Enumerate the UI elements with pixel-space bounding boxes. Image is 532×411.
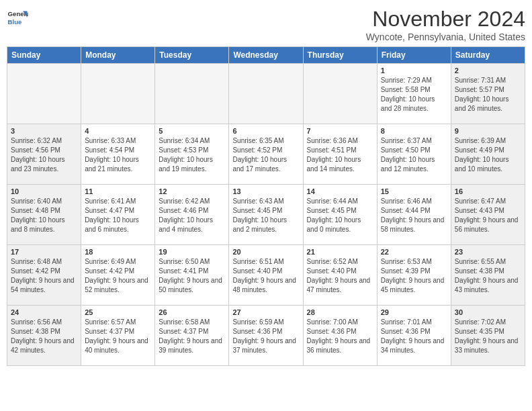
day-number: 16 bbox=[455, 187, 521, 195]
day-cell: 1Sunrise: 7:29 AMSunset: 5:58 PMDaylight… bbox=[377, 64, 451, 124]
day-number: 20 bbox=[232, 248, 299, 256]
day-detail: Sunrise: 7:29 AMSunset: 5:58 PMDaylight:… bbox=[381, 76, 447, 113]
day-detail: Sunrise: 6:51 AMSunset: 4:40 PMDaylight:… bbox=[232, 257, 299, 295]
weekday-header-friday: Friday bbox=[377, 47, 451, 64]
day-cell: 2Sunrise: 7:31 AMSunset: 5:57 PMDaylight… bbox=[451, 64, 525, 124]
day-detail: Sunrise: 6:55 AMSunset: 4:38 PMDaylight:… bbox=[455, 257, 521, 295]
day-number: 12 bbox=[159, 187, 225, 195]
day-number: 26 bbox=[159, 308, 225, 316]
day-cell: 5Sunrise: 6:34 AMSunset: 4:53 PMDaylight… bbox=[155, 124, 229, 185]
day-number: 28 bbox=[307, 308, 373, 316]
day-detail: Sunrise: 6:57 AMSunset: 4:37 PMDaylight:… bbox=[85, 318, 151, 355]
location-title: Wyncote, Pennsylvania, United States bbox=[366, 32, 525, 42]
day-number: 10 bbox=[11, 187, 77, 195]
day-detail: Sunrise: 6:39 AMSunset: 4:49 PMDaylight:… bbox=[455, 136, 521, 174]
day-cell bbox=[303, 64, 377, 124]
day-number: 22 bbox=[381, 248, 447, 256]
svg-text:Blue: Blue bbox=[8, 18, 22, 26]
day-number: 18 bbox=[85, 248, 151, 256]
day-cell bbox=[81, 64, 155, 124]
week-row-1: 1Sunrise: 7:29 AMSunset: 5:58 PMDaylight… bbox=[7, 64, 525, 124]
day-detail: Sunrise: 7:00 AMSunset: 4:36 PMDaylight:… bbox=[307, 318, 373, 355]
day-cell: 14Sunrise: 6:44 AMSunset: 4:45 PMDayligh… bbox=[303, 185, 377, 245]
weekday-header-monday: Monday bbox=[81, 47, 155, 64]
day-detail: Sunrise: 6:49 AMSunset: 4:42 PMDaylight:… bbox=[85, 257, 151, 295]
title-section: November 2024 Wyncote, Pennsylvania, Uni… bbox=[366, 7, 525, 42]
day-number: 29 bbox=[381, 308, 447, 316]
day-cell bbox=[229, 64, 303, 124]
week-row-4: 17Sunrise: 6:48 AMSunset: 4:42 PMDayligh… bbox=[7, 245, 525, 306]
day-number: 9 bbox=[455, 127, 521, 135]
day-number: 7 bbox=[307, 127, 373, 135]
day-cell: 15Sunrise: 6:46 AMSunset: 4:44 PMDayligh… bbox=[377, 185, 451, 245]
day-cell bbox=[155, 64, 229, 124]
day-number: 2 bbox=[455, 66, 521, 75]
day-number: 30 bbox=[455, 308, 521, 316]
day-number: 23 bbox=[455, 248, 521, 256]
day-detail: Sunrise: 6:42 AMSunset: 4:46 PMDaylight:… bbox=[159, 197, 225, 234]
day-cell: 17Sunrise: 6:48 AMSunset: 4:42 PMDayligh… bbox=[7, 245, 81, 306]
day-detail: Sunrise: 6:41 AMSunset: 4:47 PMDaylight:… bbox=[85, 197, 151, 234]
day-cell: 10Sunrise: 6:40 AMSunset: 4:48 PMDayligh… bbox=[7, 185, 81, 245]
day-cell: 6Sunrise: 6:35 AMSunset: 4:52 PMDaylight… bbox=[229, 124, 303, 185]
day-detail: Sunrise: 6:59 AMSunset: 4:36 PMDaylight:… bbox=[232, 318, 299, 355]
day-cell: 23Sunrise: 6:55 AMSunset: 4:38 PMDayligh… bbox=[451, 245, 525, 306]
day-detail: Sunrise: 6:52 AMSunset: 4:40 PMDaylight:… bbox=[307, 257, 373, 295]
day-detail: Sunrise: 6:48 AMSunset: 4:42 PMDaylight:… bbox=[11, 257, 77, 295]
day-number: 3 bbox=[11, 127, 77, 135]
day-number: 17 bbox=[11, 248, 77, 256]
day-detail: Sunrise: 6:58 AMSunset: 4:37 PMDaylight:… bbox=[159, 318, 225, 355]
day-number: 5 bbox=[159, 127, 225, 135]
day-detail: Sunrise: 6:33 AMSunset: 4:54 PMDaylight:… bbox=[85, 136, 151, 174]
day-detail: Sunrise: 6:46 AMSunset: 4:44 PMDaylight:… bbox=[381, 197, 447, 234]
day-number: 11 bbox=[85, 187, 151, 195]
day-cell: 8Sunrise: 6:37 AMSunset: 4:50 PMDaylight… bbox=[377, 124, 451, 185]
day-number: 24 bbox=[11, 308, 77, 316]
day-detail: Sunrise: 6:35 AMSunset: 4:52 PMDaylight:… bbox=[232, 136, 299, 174]
day-cell: 25Sunrise: 6:57 AMSunset: 4:37 PMDayligh… bbox=[81, 306, 155, 366]
day-cell: 11Sunrise: 6:41 AMSunset: 4:47 PMDayligh… bbox=[81, 185, 155, 245]
week-row-3: 10Sunrise: 6:40 AMSunset: 4:48 PMDayligh… bbox=[7, 185, 525, 245]
page-header: General Blue November 2024 Wyncote, Penn… bbox=[7, 7, 525, 42]
day-cell: 9Sunrise: 6:39 AMSunset: 4:49 PMDaylight… bbox=[451, 124, 525, 185]
weekday-header-sunday: Sunday bbox=[7, 47, 81, 64]
day-cell: 16Sunrise: 6:47 AMSunset: 4:43 PMDayligh… bbox=[451, 185, 525, 245]
day-detail: Sunrise: 6:50 AMSunset: 4:41 PMDaylight:… bbox=[159, 257, 225, 295]
day-cell: 26Sunrise: 6:58 AMSunset: 4:37 PMDayligh… bbox=[155, 306, 229, 366]
day-cell bbox=[7, 64, 81, 124]
day-cell: 22Sunrise: 6:53 AMSunset: 4:39 PMDayligh… bbox=[377, 245, 451, 306]
day-detail: Sunrise: 7:31 AMSunset: 5:57 PMDaylight:… bbox=[455, 76, 521, 113]
weekday-header-wednesday: Wednesday bbox=[229, 47, 303, 64]
day-cell: 21Sunrise: 6:52 AMSunset: 4:40 PMDayligh… bbox=[303, 245, 377, 306]
day-number: 25 bbox=[85, 308, 151, 316]
day-cell: 20Sunrise: 6:51 AMSunset: 4:40 PMDayligh… bbox=[229, 245, 303, 306]
day-cell: 7Sunrise: 6:36 AMSunset: 4:51 PMDaylight… bbox=[303, 124, 377, 185]
day-detail: Sunrise: 7:01 AMSunset: 4:36 PMDaylight:… bbox=[381, 318, 447, 355]
day-cell: 27Sunrise: 6:59 AMSunset: 4:36 PMDayligh… bbox=[229, 306, 303, 366]
day-number: 4 bbox=[85, 127, 151, 135]
weekday-header-saturday: Saturday bbox=[451, 47, 525, 64]
day-detail: Sunrise: 6:34 AMSunset: 4:53 PMDaylight:… bbox=[159, 136, 225, 174]
day-detail: Sunrise: 6:36 AMSunset: 4:51 PMDaylight:… bbox=[307, 136, 373, 174]
week-row-5: 24Sunrise: 6:56 AMSunset: 4:38 PMDayligh… bbox=[7, 306, 525, 366]
day-detail: Sunrise: 6:37 AMSunset: 4:50 PMDaylight:… bbox=[381, 136, 447, 174]
logo: General Blue bbox=[7, 7, 28, 28]
day-detail: Sunrise: 6:44 AMSunset: 4:45 PMDaylight:… bbox=[307, 197, 373, 234]
day-number: 13 bbox=[232, 187, 299, 195]
day-number: 1 bbox=[381, 66, 447, 75]
day-number: 15 bbox=[381, 187, 447, 195]
day-number: 8 bbox=[381, 127, 447, 135]
day-number: 27 bbox=[232, 308, 299, 316]
day-number: 6 bbox=[232, 127, 299, 135]
day-cell: 13Sunrise: 6:43 AMSunset: 4:45 PMDayligh… bbox=[229, 185, 303, 245]
weekday-header-tuesday: Tuesday bbox=[155, 47, 229, 64]
day-detail: Sunrise: 6:53 AMSunset: 4:39 PMDaylight:… bbox=[381, 257, 447, 295]
day-detail: Sunrise: 6:56 AMSunset: 4:38 PMDaylight:… bbox=[11, 318, 77, 355]
day-detail: Sunrise: 7:02 AMSunset: 4:35 PMDaylight:… bbox=[455, 318, 521, 355]
day-detail: Sunrise: 6:32 AMSunset: 4:56 PMDaylight:… bbox=[11, 136, 77, 174]
calendar-table: SundayMondayTuesdayWednesdayThursdayFrid… bbox=[7, 46, 525, 366]
weekday-header-thursday: Thursday bbox=[303, 47, 377, 64]
day-cell: 28Sunrise: 7:00 AMSunset: 4:36 PMDayligh… bbox=[303, 306, 377, 366]
day-cell: 12Sunrise: 6:42 AMSunset: 4:46 PMDayligh… bbox=[155, 185, 229, 245]
day-cell: 3Sunrise: 6:32 AMSunset: 4:56 PMDaylight… bbox=[7, 124, 81, 185]
